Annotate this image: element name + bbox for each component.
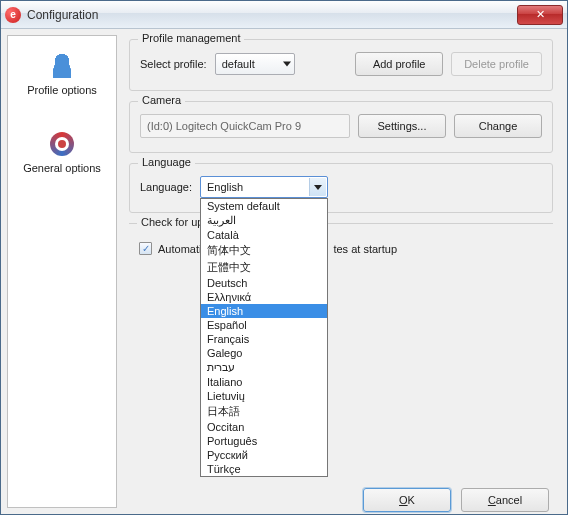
chevron-down-icon — [283, 61, 290, 68]
language-option[interactable]: Русский — [201, 448, 327, 462]
camera-settings-button[interactable]: Settings... — [358, 114, 446, 138]
language-option[interactable]: العربية — [201, 213, 327, 228]
camera-change-button[interactable]: Change — [454, 114, 542, 138]
language-option[interactable]: 简体中文 — [201, 242, 327, 259]
profile-icon — [50, 54, 74, 78]
language-option[interactable]: Galego — [201, 346, 327, 360]
configuration-window: e Configuration ✕ Profile options Genera… — [0, 0, 568, 515]
close-button[interactable]: ✕ — [517, 5, 563, 25]
ok-button[interactable]: OK — [363, 488, 451, 512]
profile-select-value: default — [222, 58, 255, 70]
language-option[interactable]: English — [201, 304, 327, 318]
language-option[interactable]: 正體中文 — [201, 259, 327, 276]
language-select[interactable]: English — [200, 176, 328, 198]
profile-select[interactable]: default — [215, 53, 295, 75]
language-option[interactable]: Français — [201, 332, 327, 346]
language-option[interactable]: Português — [201, 434, 327, 448]
language-option[interactable]: 日本語 — [201, 403, 327, 420]
language-dropdown-list[interactable]: System defaultالعربيةCatalà简体中文正體中文Deuts… — [200, 198, 328, 477]
language-option[interactable]: Ελληνικά — [201, 290, 327, 304]
group-title: Profile management — [138, 32, 244, 44]
group-title: Camera — [138, 94, 185, 106]
language-option[interactable]: Español — [201, 318, 327, 332]
close-icon: ✕ — [536, 8, 545, 21]
auto-update-checkbox[interactable]: ✓ — [139, 242, 152, 255]
profile-management-group: Profile management Select profile: defau… — [129, 39, 553, 91]
sidebar-item-general-options[interactable]: General options — [8, 128, 116, 178]
language-option[interactable]: Deutsch — [201, 276, 327, 290]
language-option[interactable]: System default — [201, 199, 327, 213]
add-profile-button[interactable]: Add profile — [355, 52, 443, 76]
titlebar[interactable]: e Configuration ✕ — [1, 1, 567, 29]
camera-device-field: (Id:0) Logitech QuickCam Pro 9 — [140, 114, 350, 138]
language-option[interactable]: Occitan — [201, 420, 327, 434]
window-title: Configuration — [27, 8, 517, 22]
language-option[interactable]: Català — [201, 228, 327, 242]
updates-group: Check for updates ✓ Automati tes at star… — [129, 223, 553, 305]
group-title: Language — [138, 156, 195, 168]
auto-update-label-part-b: tes at startup — [333, 243, 397, 255]
auto-update-label-part-a: Automati — [158, 243, 201, 255]
language-label: Language: — [140, 181, 192, 193]
language-option[interactable]: Italiano — [201, 375, 327, 389]
language-option[interactable]: עברית — [201, 360, 327, 375]
chevron-down-icon — [309, 178, 326, 196]
content-panel: Profile management Select profile: defau… — [117, 29, 567, 514]
sidebar-item-label: Profile options — [8, 84, 116, 96]
delete-profile-button: Delete profile — [451, 52, 542, 76]
language-group: Language Language: English System defaul… — [129, 163, 553, 213]
cancel-button[interactable]: Cancel — [461, 488, 549, 512]
sidebar: Profile options General options — [7, 35, 117, 508]
language-select-value: English — [207, 181, 243, 193]
language-option[interactable]: Lietuvių — [201, 389, 327, 403]
sidebar-item-label: General options — [8, 162, 116, 174]
language-option[interactable]: Türkçe — [201, 462, 327, 476]
select-profile-label: Select profile: — [140, 58, 207, 70]
general-icon — [50, 132, 74, 156]
sidebar-item-profile-options[interactable]: Profile options — [8, 50, 116, 100]
camera-group: Camera (Id:0) Logitech QuickCam Pro 9 Se… — [129, 101, 553, 153]
app-icon: e — [5, 7, 21, 23]
